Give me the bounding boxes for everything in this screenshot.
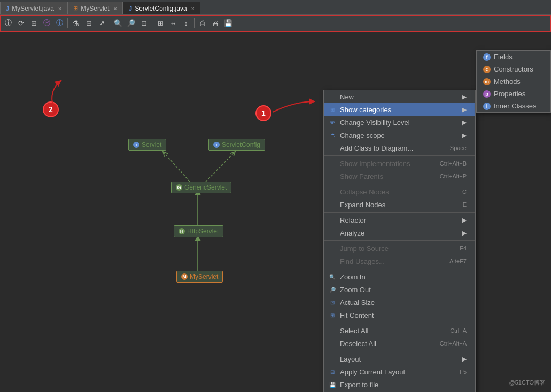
menu-label: New (340, 93, 354, 101)
submenu-label: Properties (494, 90, 525, 98)
node-label: ServletConfig (222, 141, 260, 148)
tab-label: ServletConfig.java (135, 5, 187, 12)
toolbar-zoom-actual-btn[interactable]: ⊡ (138, 17, 150, 29)
menu-item-show-categories[interactable]: ⊞ Show categories ▶ (324, 103, 475, 116)
submenu-arrow: ▶ (462, 356, 467, 363)
toolbar-print-btn[interactable]: 🖨 (209, 17, 221, 29)
toolbar-properties-btn[interactable]: Ⓟ (41, 17, 52, 29)
node-httpservlet[interactable]: H HttpServlet (174, 225, 223, 237)
menu-label: Actual Size (340, 299, 375, 307)
menu-separator-6 (324, 323, 475, 323)
menu-shortcut: F5 (460, 369, 467, 375)
menu-item-new[interactable]: New ▶ (324, 90, 475, 103)
menu-label: Deselect All (340, 340, 376, 348)
submenu-item-inner-classes[interactable]: i Inner Classes (477, 100, 550, 112)
node-servletconfig[interactable]: i ServletConfig (208, 139, 265, 151)
class-diagram-icon: ⊞ (73, 5, 78, 12)
submenu-item-methods[interactable]: m Methods (477, 75, 550, 88)
menu-item-actual-size[interactable]: ⊡ Actual Size (324, 296, 475, 309)
toolbar-zoom-in-btn[interactable]: 🔍 (112, 17, 124, 29)
menu-item-deselect-all[interactable]: Deselect All Ctrl+Alt+A (324, 337, 475, 350)
menu-item-change-visibility[interactable]: 👁 Change Visibility Level ▶ (324, 116, 475, 129)
menu-item-add-class[interactable]: Add Class to Diagram... Space (324, 142, 475, 154)
menu-item-expand-nodes[interactable]: Expand Nodes E (324, 198, 475, 211)
toolbar-zoom-out-btn[interactable]: 🔎 (125, 17, 137, 29)
menu-item-select-all[interactable]: Select All Ctrl+A (324, 324, 475, 337)
toolbar-module-btn[interactable]: ⊞ (28, 17, 40, 29)
toolbar-filter-btn[interactable]: ⚗ (70, 17, 82, 29)
menu-item-zoom-out[interactable]: 🔎 Zoom Out (324, 283, 475, 296)
menu-item-show-parents: Show Parents Ctrl+Alt+P (324, 170, 475, 183)
submenu-arrow: ▶ (462, 93, 467, 100)
menu-separator-4 (324, 240, 475, 241)
menu-item-apply-layout[interactable]: ⊟ Apply Current Layout F5 (324, 365, 475, 378)
menu-item-export-file[interactable]: 💾 Export to file (324, 378, 475, 391)
java-file-icon: J (129, 5, 132, 12)
menu-item-analyze[interactable]: Analyze ▶ (324, 226, 475, 239)
menu-label: Change Visibility Level (340, 119, 410, 127)
toolbar-fit-height-btn[interactable]: ↕ (180, 17, 192, 29)
menu-item-layout[interactable]: Layout ▶ (324, 352, 475, 365)
submenu-label: Fields (494, 53, 513, 61)
menu-shortcut: C (462, 189, 467, 195)
submenu-item-properties[interactable]: p Properties (477, 88, 550, 100)
annotation-arrow-1 (262, 85, 326, 117)
submenu-item-constructors[interactable]: c Constructors (477, 63, 550, 75)
toolbar-show-info-btn[interactable]: ⓘ (53, 17, 65, 29)
node-genericservlet[interactable]: G GenericServlet (171, 182, 231, 193)
toolbar-categories-btn[interactable]: ⊟ (83, 17, 95, 29)
menu-item-collapse-nodes: Collapse Nodes C (324, 185, 475, 198)
toolbar-fit-width-btn[interactable]: ↔ (167, 17, 179, 29)
menu-item-find-usages: Find Usages... Alt+F7 (324, 255, 475, 268)
class-icon: M (181, 273, 188, 280)
tab-bar: J MyServlet.java × ⊞ MyServlet × J Servl… (0, 0, 551, 15)
expand-icon (328, 200, 337, 209)
constructors-icon: c (483, 66, 491, 73)
node-label: GenericServlet (184, 184, 227, 191)
toolbar-print-preview-btn[interactable]: ⎙ (197, 17, 208, 29)
methods-icon: m (483, 78, 491, 85)
tab-servletconfig-java[interactable]: J ServletConfig.java × (123, 2, 200, 14)
tab-close-icon[interactable]: × (58, 5, 61, 12)
java-file-icon: J (6, 5, 9, 12)
menu-item-fit-content[interactable]: ⊞ Fit Content (324, 309, 475, 322)
toolbar-save-image-btn[interactable]: 💾 (222, 17, 234, 29)
menu-shortcut: Ctrl+Alt+P (440, 173, 467, 179)
submenu-label: Constructors (494, 65, 533, 73)
menu-item-change-scope[interactable]: ⚗ Change scope ▶ (324, 129, 475, 142)
toolbar-fit-page-btn[interactable]: ⊞ (154, 17, 166, 29)
node-servlet[interactable]: i Servlet (128, 139, 166, 151)
submenu-label: Inner Classes (494, 102, 536, 110)
menu-item-show-implementations: Show Implementations Ctrl+Alt+B (324, 157, 475, 170)
menu-label: Find Usages... (340, 257, 385, 265)
submenu-arrow: ▶ (462, 106, 467, 113)
tab-label: MyServlet.java (12, 5, 54, 12)
menu-shortcut: F4 (460, 245, 467, 252)
menu-separator-2 (324, 184, 475, 184)
toolbar-export-btn[interactable]: ↗ (96, 17, 107, 29)
annotation-label: 2 (49, 105, 53, 114)
menu-label: Export to file (340, 381, 378, 389)
menu-separator-7 (324, 351, 475, 351)
menu-label: Zoom Out (340, 286, 371, 294)
menu-shortcut: Ctrl+A (450, 327, 467, 334)
tab-close-icon[interactable]: × (191, 5, 195, 12)
toolbar-refresh-btn[interactable]: ⟳ (15, 17, 27, 29)
show-categories-icon: ⊞ (328, 105, 337, 114)
submenu-item-fields[interactable]: f Fields (477, 51, 550, 63)
menu-label: Change scope (340, 131, 385, 139)
menu-shortcut: Alt+F7 (449, 258, 467, 264)
tab-close-icon[interactable]: × (114, 5, 117, 12)
tab-label: MyServlet (81, 5, 109, 12)
tab-myservlet-java[interactable]: J MyServlet.java × (0, 2, 67, 14)
toolbar-info-btn[interactable]: ⓘ (2, 17, 14, 29)
menu-label: Show Parents (340, 173, 383, 181)
select-all-icon (328, 326, 337, 335)
tab-myservlet-class[interactable]: ⊞ MyServlet × (67, 2, 123, 14)
fit-content-icon: ⊞ (328, 311, 337, 319)
menu-item-zoom-in[interactable]: 🔍 Zoom In (324, 270, 475, 283)
analyze-icon (328, 229, 337, 237)
submenu-arrow: ▶ (462, 132, 467, 139)
menu-item-refactor[interactable]: Refactor ▶ (324, 214, 475, 226)
node-myservlet[interactable]: M MyServlet (176, 271, 223, 283)
